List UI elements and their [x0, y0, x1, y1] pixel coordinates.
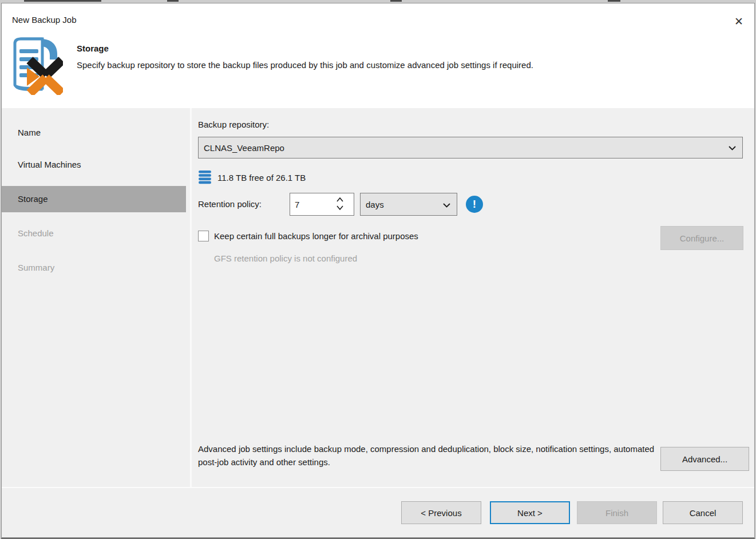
repository-free-space-text: 11.8 TB free of 26.1 TB [217, 173, 306, 183]
advanced-button[interactable]: Advanced... [660, 447, 749, 471]
finish-button[interactable]: Finish [577, 501, 657, 524]
gfs-checkbox-label[interactable]: Keep certain full backups longer for arc… [214, 231, 418, 241]
storage-disk-icon [198, 170, 212, 185]
background-artifact [608, 0, 620, 2]
backup-repository-label: Backup repository: [198, 120, 269, 129]
backup-repository-select[interactable]: CLNAS_VeeamRepo [198, 137, 743, 158]
background-artifact [24, 0, 101, 2]
sidebar-item-schedule: Schedule [2, 220, 186, 247]
retention-info-icon: ! [466, 196, 483, 213]
repository-free-space-row: 11.8 TB free of 26.1 TB [198, 170, 306, 185]
close-icon[interactable]: ✕ [729, 13, 749, 30]
previous-button[interactable]: < Previous [401, 501, 481, 524]
retention-value-input[interactable] [295, 193, 329, 215]
wizard-body: Name Virtual Machines Storage Schedule S… [2, 108, 754, 488]
new-backup-job-dialog: New Backup Job ✕ Storage Specify backup … [1, 3, 755, 538]
spinner-down-icon[interactable] [337, 204, 343, 211]
advanced-settings-description: Advanced job settings include backup mod… [198, 442, 659, 469]
retention-policy-label: Retention policy: [198, 199, 262, 209]
window-title: New Backup Job [12, 15, 77, 25]
wizard-footer: < Previous Next > Finish Cancel [2, 487, 754, 537]
sidebar-item-summary: Summary [2, 255, 186, 281]
background-artifact [167, 0, 179, 2]
configure-button[interactable]: Configure... [660, 226, 743, 250]
chevron-down-icon [729, 144, 736, 152]
next-button[interactable]: Next > [490, 501, 570, 524]
gfs-checkbox[interactable] [198, 231, 209, 241]
wizard-steps-sidebar: Name Virtual Machines Storage Schedule S… [2, 108, 190, 488]
spinner-arrows [335, 196, 345, 214]
retention-unit-value: days [366, 200, 384, 209]
sidebar-divider [190, 108, 192, 488]
cancel-button[interactable]: Cancel [663, 501, 743, 524]
gfs-checkbox-row: Keep certain full backups longer for arc… [198, 229, 418, 242]
sidebar-item-name[interactable]: Name [2, 120, 186, 146]
sidebar-item-virtual-machines[interactable]: Virtual Machines [2, 152, 186, 178]
backup-job-icon [9, 32, 63, 95]
chevron-down-icon [443, 201, 450, 209]
veeam-x-glyph [27, 60, 62, 93]
gfs-status-text: GFS retention policy is not configured [214, 253, 357, 263]
retention-unit-select[interactable]: days [360, 193, 457, 216]
step-description: Specify backup repository to store the b… [77, 60, 533, 70]
step-title: Storage [77, 43, 109, 53]
sidebar-item-storage[interactable]: Storage [2, 186, 186, 212]
backup-repository-value: CLNAS_VeeamRepo [204, 143, 284, 153]
background-artifact [390, 0, 402, 2]
storage-step-content: Backup repository: CLNAS_VeeamRepo 11.8 … [192, 108, 754, 488]
retention-count-spinner [290, 193, 354, 216]
spinner-up-icon[interactable] [337, 197, 343, 203]
